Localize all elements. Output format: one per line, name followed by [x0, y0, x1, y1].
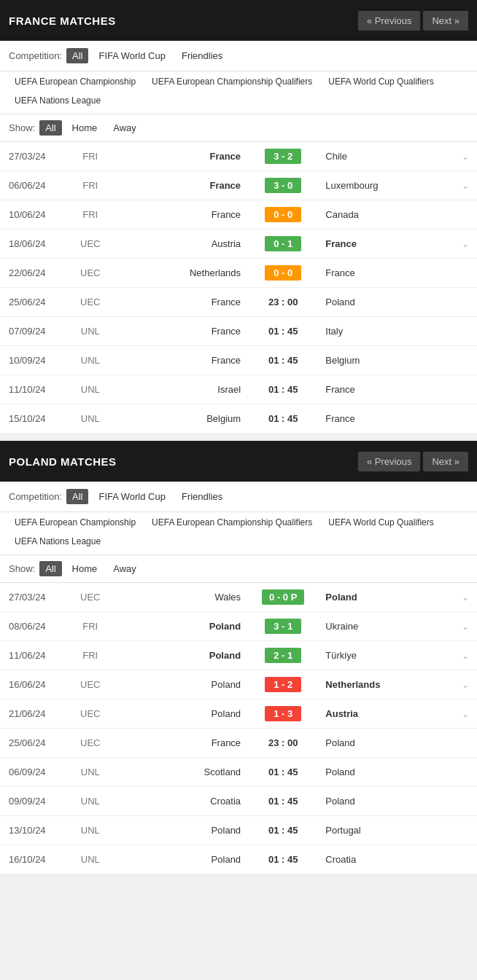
- poland-filter-worldcup[interactable]: FIFA World Cup: [93, 489, 171, 504]
- poland-show-away[interactable]: Away: [107, 561, 142, 576]
- match-expand[interactable]: ⌄: [454, 583, 477, 612]
- france-show-away[interactable]: Away: [107, 120, 142, 136]
- table-row[interactable]: 11/10/24 UNL Israel 01 : 45 France: [0, 375, 477, 404]
- table-row[interactable]: 22/06/24 UEC Netherlands 0 - 0 France: [0, 259, 477, 288]
- match-score: 01 : 45: [245, 816, 321, 845]
- france-competition-filter: Competition: All FIFA World Cup Friendli…: [0, 41, 477, 71]
- poland-filter-euro[interactable]: UEFA European Championship: [9, 515, 141, 530]
- table-row[interactable]: 06/06/24 FRI France 3 - 0 Luxembourg ⌄: [0, 171, 477, 200]
- match-date: 10/09/24: [0, 346, 69, 375]
- france-show-label: Show:: [9, 122, 35, 133]
- table-row[interactable]: 11/06/24 FRI Poland 2 - 1 Türkiye ⌄: [0, 641, 477, 670]
- poland-filter-wc-qual[interactable]: UEFA World Cup Qualifiers: [322, 515, 440, 530]
- poland-filter-euro-qual[interactable]: UEFA European Championship Qualifiers: [146, 515, 318, 530]
- match-comp: UEC: [69, 259, 112, 288]
- poland-filter-nations[interactable]: UEFA Nations League: [9, 534, 106, 549]
- match-away: France: [321, 259, 454, 288]
- match-comp: UNL: [69, 845, 112, 874]
- france-filter-euro-qual[interactable]: UEFA European Championship Qualifiers: [146, 74, 318, 89]
- match-expand[interactable]: ⌄: [454, 670, 477, 699]
- match-score: 0 - 0: [245, 200, 321, 230]
- score-box: 01 : 45: [261, 324, 305, 339]
- match-date: 11/10/24: [0, 375, 69, 404]
- match-score: 01 : 45: [245, 317, 321, 346]
- match-home: Poland: [112, 816, 245, 845]
- table-row[interactable]: 09/09/24 UNL Croatia 01 : 45 Poland: [0, 787, 477, 816]
- match-comp: UEC: [69, 670, 112, 699]
- match-away: Poland: [321, 288, 454, 317]
- france-show-home[interactable]: Home: [66, 120, 104, 136]
- france-next-button[interactable]: Next »: [423, 11, 468, 31]
- france-filter-all[interactable]: All: [66, 48, 88, 63]
- match-away: France: [321, 230, 454, 259]
- match-away: Türkiye: [321, 641, 454, 670]
- score-box: 23 : 00: [261, 735, 305, 750]
- table-row[interactable]: 25/06/24 UEC France 23 : 00 Poland: [0, 288, 477, 317]
- score-box: 01 : 45: [261, 353, 305, 368]
- table-row[interactable]: 10/09/24 UNL France 01 : 45 Belgium: [0, 346, 477, 375]
- match-away: Poland: [321, 729, 454, 758]
- table-row[interactable]: 27/03/24 UEC Wales 0 - 0 P Poland ⌄: [0, 583, 477, 612]
- table-row[interactable]: 27/03/24 FRI France 3 - 2 Chile ⌄: [0, 142, 477, 171]
- table-row[interactable]: 25/06/24 UEC France 23 : 00 Poland: [0, 729, 477, 758]
- score-box: 3 - 2: [265, 149, 301, 164]
- table-row[interactable]: 06/09/24 UNL Scotland 01 : 45 Poland: [0, 758, 477, 787]
- table-row[interactable]: 07/09/24 UNL France 01 : 45 Italy: [0, 317, 477, 346]
- score-box: 01 : 45: [261, 382, 305, 397]
- match-expand[interactable]: ⌄: [454, 612, 477, 641]
- match-expand: [454, 787, 477, 816]
- score-box: 0 - 0: [265, 207, 301, 222]
- match-home: France: [112, 288, 245, 317]
- france-filter-friendlies[interactable]: Friendlies: [176, 48, 228, 63]
- poland-filter-friendlies[interactable]: Friendlies: [176, 489, 228, 504]
- table-row[interactable]: 16/06/24 UEC Poland 1 - 2 Netherlands ⌄: [0, 670, 477, 699]
- table-row[interactable]: 21/06/24 UEC Poland 1 - 3 Austria ⌄: [0, 699, 477, 729]
- match-home: Wales: [112, 583, 245, 612]
- match-expand: [454, 404, 477, 434]
- match-expand[interactable]: ⌄: [454, 171, 477, 200]
- match-comp: UEC: [69, 729, 112, 758]
- match-home: Croatia: [112, 787, 245, 816]
- table-row[interactable]: 10/06/24 FRI France 0 - 0 Canada: [0, 200, 477, 230]
- match-away: Belgium: [321, 346, 454, 375]
- match-comp: UNL: [69, 758, 112, 787]
- poland-show-all[interactable]: All: [39, 561, 61, 576]
- match-date: 08/06/24: [0, 612, 69, 641]
- match-date: 27/03/24: [0, 142, 69, 171]
- match-date: 22/06/24: [0, 259, 69, 288]
- france-show-all[interactable]: All: [39, 120, 61, 136]
- match-score: 0 - 1: [245, 230, 321, 259]
- france-filter-euro[interactable]: UEFA European Championship: [9, 74, 141, 89]
- match-home: Poland: [112, 612, 245, 641]
- match-expand[interactable]: ⌄: [454, 641, 477, 670]
- match-expand[interactable]: ⌄: [454, 142, 477, 171]
- match-date: 06/06/24: [0, 171, 69, 200]
- score-box: 3 - 0: [265, 178, 301, 193]
- match-score: 1 - 3: [245, 699, 321, 729]
- score-box: 01 : 45: [261, 823, 305, 838]
- poland-competition-label: Competition:: [9, 491, 62, 502]
- match-comp: FRI: [69, 171, 112, 200]
- match-expand[interactable]: ⌄: [454, 699, 477, 729]
- poland-prev-button[interactable]: « Previous: [358, 452, 420, 471]
- france-filter-nations[interactable]: UEFA Nations League: [9, 93, 106, 108]
- table-row[interactable]: 16/10/24 UNL Poland 01 : 45 Croatia: [0, 845, 477, 874]
- match-expand: [454, 729, 477, 758]
- table-row[interactable]: 18/06/24 UEC Austria 0 - 1 France ⌄: [0, 230, 477, 259]
- table-row[interactable]: 15/10/24 UNL Belgium 01 : 45 France: [0, 404, 477, 434]
- match-comp: FRI: [69, 142, 112, 171]
- table-row[interactable]: 08/06/24 FRI Poland 3 - 1 Ukraine ⌄: [0, 612, 477, 641]
- france-filter-wc-qual[interactable]: UEFA World Cup Qualifiers: [322, 74, 440, 89]
- poland-show-home[interactable]: Home: [66, 561, 104, 576]
- france-filter-worldcup[interactable]: FIFA World Cup: [93, 48, 171, 63]
- match-expand: [454, 200, 477, 230]
- poland-next-button[interactable]: Next »: [423, 452, 468, 471]
- expand-icon: ⌄: [462, 651, 469, 661]
- match-expand: [454, 317, 477, 346]
- poland-filter-all[interactable]: All: [66, 489, 88, 504]
- france-prev-button[interactable]: « Previous: [358, 11, 420, 31]
- match-expand[interactable]: ⌄: [454, 230, 477, 259]
- score-box: 0 - 0 P: [262, 589, 304, 605]
- table-row[interactable]: 13/10/24 UNL Poland 01 : 45 Portugal: [0, 816, 477, 845]
- match-home: France: [112, 200, 245, 230]
